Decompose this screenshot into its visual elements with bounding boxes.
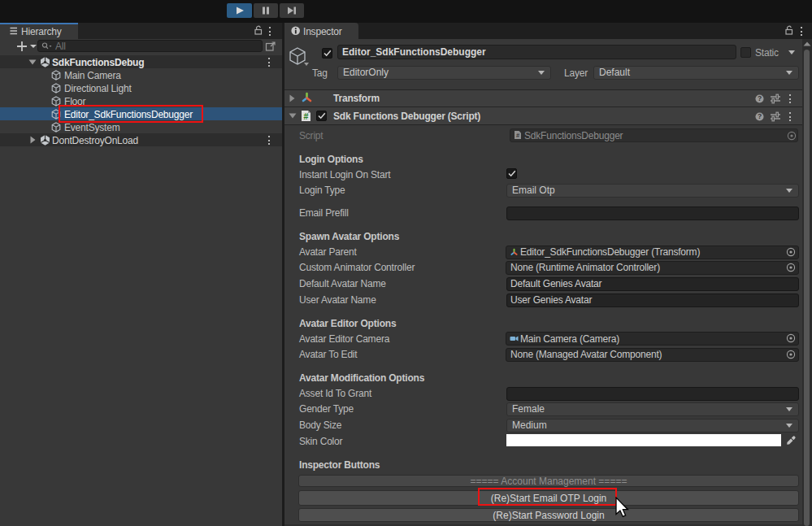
svg-text:#: # — [303, 111, 308, 121]
svg-text:?: ? — [758, 112, 762, 120]
svg-text:?: ? — [758, 94, 762, 102]
